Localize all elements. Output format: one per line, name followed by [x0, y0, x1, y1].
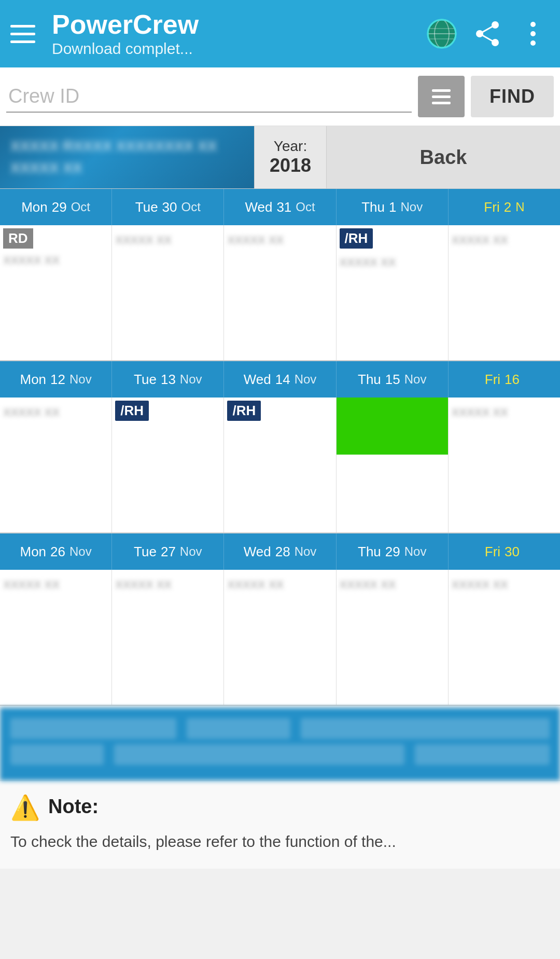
week-header-cell-0-0: Mon29Oct — [0, 189, 112, 225]
svg-point-13 — [530, 40, 536, 46]
menu-button[interactable] — [10, 18, 41, 49]
year-label: Year: — [274, 138, 307, 155]
week-header-cell-2-3: Thu29Nov — [337, 533, 449, 570]
list-button[interactable] — [418, 76, 465, 117]
find-button[interactable]: FIND — [471, 76, 554, 117]
cell-blurred-content: XXXXX XX — [340, 255, 445, 271]
svg-rect-14 — [432, 89, 451, 92]
week-day-num: 2 — [504, 199, 511, 215]
svg-line-9 — [480, 25, 495, 34]
week-cell-1-2: /RH — [224, 398, 336, 532]
week-cell-0-3: /RHXXXXX XX — [337, 225, 449, 360]
week-cell-1-0: XXXXX XX — [0, 398, 112, 532]
week-day-name: Wed — [245, 199, 272, 215]
week-cell-1-3 — [337, 398, 449, 532]
calendar-weeks: Mon29OctTue30OctWed31OctThu1NovFri2NRDXX… — [0, 189, 560, 706]
more-icon — [522, 20, 544, 48]
week-header-cell-2-0: Mon26Nov — [0, 533, 112, 570]
note-body-text: To check the details, please refer to th… — [0, 830, 560, 869]
week-day-num: 29 — [385, 544, 400, 560]
week-day-num: 16 — [505, 372, 520, 388]
info-item-5 — [114, 744, 404, 765]
year-row: XXXXX RXXXX XXXXXXXX XXXXXXX XX Year: 20… — [0, 126, 560, 189]
week-month: Nov — [404, 544, 427, 559]
week-body-week2: XXXXX XX/RH/RHXXXXX XX — [0, 398, 560, 533]
app-title: PowerCrew — [52, 10, 425, 39]
info-row-1 — [10, 718, 550, 739]
week-header-cell-2-2: Wed28Nov — [224, 533, 336, 570]
globe-icon — [427, 19, 457, 49]
more-options-button[interactable] — [516, 17, 550, 50]
year-block: Year: 2018 — [254, 126, 327, 188]
week-cell-2-1: XXXXX XX — [112, 570, 224, 705]
week-header-cell-2-4: Fri30 — [449, 533, 560, 570]
crew-info-panel: XXXXX RXXXX XXXXXXXX XXXXXXX XX — [0, 126, 254, 188]
week-cell-0-0: RDXXXXX XX — [0, 225, 112, 360]
week-header-cell-0-2: Wed31Oct — [224, 189, 336, 225]
week-header-week2: Mon12NovTue13NovWed14NovThu15NovFri16 — [0, 361, 560, 398]
info-item-1 — [10, 718, 176, 739]
week-day-name: Mon — [20, 544, 47, 560]
header-title-block: PowerCrew Download complet... — [52, 10, 425, 57]
week-day-num: 15 — [385, 372, 400, 388]
svg-point-12 — [530, 31, 536, 36]
warning-icon: ⚠️ — [10, 796, 40, 819]
week-cell-1-4: XXXXX XX — [449, 398, 560, 532]
week-day-num: 27 — [161, 544, 176, 560]
week-month: Nov — [295, 544, 317, 559]
cell-blurred-content: XXXXX XX — [3, 577, 108, 593]
week-cell-0-2: XXXXX XX — [224, 225, 336, 360]
week-day-num: 12 — [50, 372, 65, 388]
info-row-2 — [10, 744, 550, 765]
week-day-num: 30 — [505, 544, 520, 560]
info-panel — [0, 708, 560, 780]
week-day-num: 13 — [161, 372, 176, 388]
svg-rect-15 — [432, 95, 451, 98]
cell-blurred-content: XXXXX XX — [227, 577, 332, 593]
week-day-name: Thu — [361, 199, 385, 215]
week-header-week3: Mon26NovTue27NovWed28NovThu29NovFri30 — [0, 533, 560, 570]
week-cell-2-3: XXXXX XX — [337, 570, 449, 705]
week-header-cell-0-1: Tue30Oct — [112, 189, 224, 225]
crew-id-input[interactable] — [6, 81, 412, 113]
week-day-name: Tue — [135, 199, 158, 215]
week-header-cell-1-3: Thu15Nov — [337, 361, 449, 398]
week-month: Nov — [401, 200, 423, 214]
week-cell-1-1: /RH — [112, 398, 224, 532]
week-day-num: 14 — [275, 372, 290, 388]
week-month: Nov — [69, 544, 92, 559]
week-day-num: 29 — [52, 199, 67, 215]
week-day-name: Fri — [484, 199, 499, 215]
week-header-cell-1-1: Tue13Nov — [112, 361, 224, 398]
cell-tag: /RH — [115, 401, 149, 421]
cell-blurred-content: XXXXX XX — [115, 232, 220, 249]
week-cell-0-4: XXXXX XX — [449, 225, 560, 360]
note-label: Note: — [48, 796, 99, 818]
week-header-week1: Mon29OctTue30OctWed31OctThu1NovFri2N — [0, 189, 560, 225]
crew-info-text: XXXXX RXXXX XXXXXXXX XXXXXXX XX — [10, 135, 217, 179]
week-cell-0-1: XXXXX XX — [112, 225, 224, 360]
share-button[interactable] — [471, 17, 504, 50]
week-month: Oct — [181, 200, 201, 214]
svg-rect-16 — [432, 102, 451, 104]
week-month: Nov — [404, 372, 427, 387]
cell-blurred-content: XXXXX XX — [452, 405, 557, 421]
globe-button[interactable] — [425, 17, 458, 50]
week-day-name: Thu — [358, 544, 381, 560]
week-day-name: Fri — [485, 372, 500, 388]
note-content: Note: — [48, 796, 99, 818]
week-day-num: 31 — [276, 199, 291, 215]
cell-blurred-content: XXXXX XX — [3, 253, 108, 269]
week-day-name: Wed — [244, 372, 271, 388]
week-day-num: 26 — [50, 544, 65, 560]
share-icon — [473, 20, 501, 48]
week-day-name: Fri — [485, 544, 500, 560]
week-cell-2-4: XXXXX XX — [449, 570, 560, 705]
cell-tag: /RH — [340, 228, 373, 249]
back-button[interactable]: Back — [327, 126, 560, 188]
week-body-week3: XXXXX XXXXXXX XXXXXXX XXXXXXX XXXXXXX XX — [0, 570, 560, 706]
week-header-cell-2-1: Tue27Nov — [112, 533, 224, 570]
app-header: PowerCrew Download complet... — [0, 0, 560, 67]
note-section: ⚠️ Note: — [0, 780, 560, 830]
week-cell-2-2: XXXXX XX — [224, 570, 336, 705]
